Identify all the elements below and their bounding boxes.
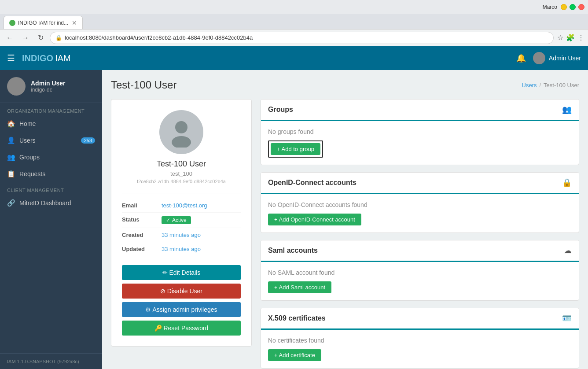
saml-title: Saml accounts xyxy=(268,247,318,255)
page-header: Test-100 User Users / Test-100 User xyxy=(111,79,579,91)
brand-iam: IAM xyxy=(55,53,71,63)
assign-admin-button[interactable]: ⚙ Assign admin privileges xyxy=(122,302,241,317)
groups-title: Groups xyxy=(268,106,293,114)
saml-section-header: Saml accounts ☁ xyxy=(261,240,579,262)
sidebar-item-home[interactable]: 🏠 Home xyxy=(0,115,102,132)
updated-label: Updated xyxy=(122,246,162,252)
sidebar-item-users[interactable]: 👤 Users 253 xyxy=(0,132,102,149)
disable-user-button[interactable]: ⊘ Disable User xyxy=(122,284,241,299)
saml-section-body: No SAML account found + Add Saml account xyxy=(261,262,579,300)
sidebar-item-label: Requests xyxy=(19,170,45,177)
address-bar[interactable]: 🔒 localhost:8080/dashboard#/user/f2ce8cb… xyxy=(50,32,554,44)
maximize-btn[interactable] xyxy=(570,4,576,10)
back-btn[interactable]: ← xyxy=(4,33,16,43)
home-icon: 🏠 xyxy=(7,120,15,128)
browser-user-label: Marco xyxy=(543,4,557,10)
user-card: Test-100 User test_100 f2ce8cb2-a1db-488… xyxy=(111,99,252,347)
requests-icon: 📋 xyxy=(7,170,15,178)
profile-name: Admin User xyxy=(31,80,66,87)
admin-user-nav[interactable]: Admin User xyxy=(533,52,581,64)
detail-row-created: Created 33 minutes ago xyxy=(122,228,241,242)
mitreid-icon: 🔗 xyxy=(7,199,15,207)
reset-password-button[interactable]: 🔑 Reset Password xyxy=(122,321,241,336)
check-icon: ✓ xyxy=(166,217,170,223)
org-management-label: Organization Management xyxy=(0,103,102,115)
email-value: test-100@test.org xyxy=(162,202,241,209)
sidebar-item-label: Groups xyxy=(19,154,40,161)
oidc-section-body: No OpenID-Connect accounts found + Add O… xyxy=(261,194,579,232)
url-text: localhost:8080/dashboard#/user/f2ce8cb2-… xyxy=(65,34,253,41)
sidebar-item-label: Users xyxy=(19,137,36,144)
extensions-icon[interactable]: 🧩 xyxy=(566,33,575,42)
groups-section-header: Groups 👥 xyxy=(261,100,579,121)
user-uuid: f2ce8cb2-a1db-4884-9ef0-d8842cc02b4a xyxy=(137,179,226,184)
browser-tab[interactable]: INDIGO IAM for ind... ✕ xyxy=(4,16,83,29)
status-value: ✓ Active xyxy=(162,216,241,224)
content-area: Test-100 User Users / Test-100 User xyxy=(102,70,588,369)
groups-section-body: No groups found + Add to group xyxy=(261,121,579,165)
email-label: Email xyxy=(122,202,162,209)
profile-sub: indigo-dc xyxy=(31,87,66,93)
content-body: Test-100 User test_100 f2ce8cb2-a1db-488… xyxy=(111,99,579,369)
add-to-group-button[interactable]: + Add to group xyxy=(271,143,320,155)
bookmark-icon[interactable]: ☆ xyxy=(557,33,563,42)
groups-no-data: No groups found xyxy=(268,128,572,135)
close-btn[interactable] xyxy=(578,4,584,10)
tab-title: INDIGO IAM for ind... xyxy=(18,20,68,26)
tab-favicon xyxy=(9,20,15,26)
page-title: Test-100 User xyxy=(111,79,176,91)
top-nav: ☰ INDIGO IAM 🔔 Admin User xyxy=(0,46,588,70)
breadcrumb-users-link[interactable]: Users xyxy=(522,82,537,89)
sidebar-item-requests[interactable]: 📋 Requests xyxy=(0,166,102,182)
breadcrumb: Users / Test-100 User xyxy=(522,82,580,89)
svg-point-1 xyxy=(172,136,191,148)
forward-btn[interactable]: → xyxy=(19,33,32,43)
user-details-table: Email test-100@test.org Status ✓ Active xyxy=(122,193,241,256)
detail-row-email: Email test-100@test.org xyxy=(122,199,241,213)
minimize-btn[interactable] xyxy=(561,4,567,10)
users-badge: 253 xyxy=(81,137,95,144)
sidebar-footer: IAM 1.1.0-SNAPSHOT (9792a8c) xyxy=(0,353,102,369)
created-value: 33 minutes ago xyxy=(162,232,241,238)
lock-icon: 🔒 xyxy=(562,178,572,188)
add-oidc-button[interactable]: + Add OpenID-Connect account xyxy=(268,214,361,225)
certificate-icon: 🪪 xyxy=(562,314,572,323)
status-label: Status xyxy=(122,216,162,224)
groups-section: Groups 👥 No groups found + Add to group xyxy=(261,99,579,165)
groups-icon: 👥 xyxy=(562,105,572,114)
left-column: Test-100 User test_100 f2ce8cb2-a1db-488… xyxy=(111,99,252,369)
menu-icon[interactable]: ⋮ xyxy=(577,33,584,42)
oidc-no-data: No OpenID-Connect accounts found xyxy=(268,201,572,208)
svg-point-0 xyxy=(175,121,187,133)
brand-indigo: INDIGO xyxy=(22,53,53,63)
user-username: test_100 xyxy=(170,170,192,177)
x509-section-body: No certificates found + Add certificate xyxy=(261,330,579,368)
breadcrumb-current: Test-100 User xyxy=(544,82,579,89)
notification-icon[interactable]: 🔔 xyxy=(516,53,526,63)
add-certificate-button[interactable]: + Add certificate xyxy=(268,349,321,361)
lock-icon: 🔒 xyxy=(55,35,62,41)
add-saml-button[interactable]: + Add Saml account xyxy=(268,281,331,293)
refresh-btn[interactable]: ↻ xyxy=(35,33,46,43)
detail-row-status: Status ✓ Active xyxy=(122,213,241,228)
profile-avatar xyxy=(7,77,26,96)
sidebar-item-label: MitreID Dashboard xyxy=(19,199,71,207)
cloud-icon: ☁ xyxy=(564,246,572,255)
sidebar-item-groups[interactable]: 👥 Groups xyxy=(0,149,102,166)
client-management-label: Client management xyxy=(0,182,102,195)
admin-avatar xyxy=(533,52,545,64)
sidebar-item-mitreid[interactable]: 🔗 MitreID Dashboard xyxy=(0,195,102,211)
edit-details-button[interactable]: ✏ Edit Details xyxy=(122,265,241,280)
groups-icon: 👥 xyxy=(7,153,15,161)
breadcrumb-sep: / xyxy=(539,82,541,89)
tab-close-btn[interactable]: ✕ xyxy=(72,19,77,26)
add-to-group-highlight: + Add to group xyxy=(268,140,323,158)
status-badge: ✓ Active xyxy=(162,216,191,224)
user-big-avatar xyxy=(159,110,203,154)
hamburger-icon[interactable]: ☰ xyxy=(7,53,15,63)
oidc-title: OpenID-Connect accounts xyxy=(268,179,356,187)
oidc-section-header: OpenID-Connect accounts 🔒 xyxy=(261,173,579,194)
saml-section: Saml accounts ☁ No SAML account found + … xyxy=(261,240,579,301)
sidebar: Admin User indigo-dc Organization Manage… xyxy=(0,70,102,369)
brand: INDIGO IAM xyxy=(22,53,71,63)
